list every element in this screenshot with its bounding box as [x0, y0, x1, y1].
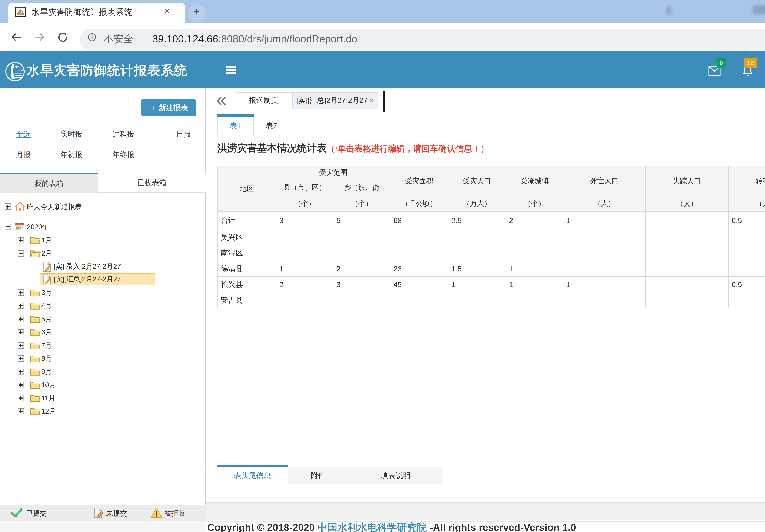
svg-text:IWHR: IWHR: [18, 69, 24, 72]
